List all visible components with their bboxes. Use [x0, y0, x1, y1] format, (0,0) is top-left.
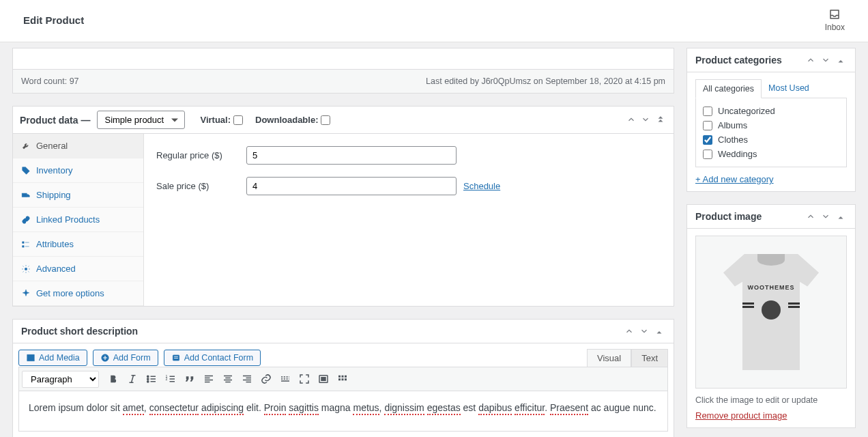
visual-tab[interactable]: Visual [587, 349, 631, 367]
inbox-icon [828, 8, 841, 20]
downloadable-checkbox[interactable] [321, 115, 330, 125]
list-icon [21, 240, 31, 249]
product-data-title: Product data — [20, 115, 90, 126]
category-clothes[interactable]: Clothes [703, 132, 839, 147]
product-image-panel: Product image WOOTHEMES Click the image … [686, 204, 856, 428]
tab-inventory[interactable]: Inventory [13, 158, 143, 183]
panel-toggle-icon[interactable] [835, 210, 847, 223]
tab-shipping[interactable]: Shipping [13, 183, 143, 208]
align-right-button[interactable] [238, 370, 256, 388]
svg-rect-16 [345, 376, 347, 378]
tab-attributes[interactable]: Attributes [13, 232, 143, 257]
svg-rect-2 [23, 245, 24, 246]
svg-rect-18 [342, 378, 344, 380]
svg-rect-6 [173, 355, 179, 361]
distraction-free-button[interactable] [315, 370, 332, 388]
product-image-thumbnail[interactable]: WOOTHEMES [695, 236, 847, 389]
regular-price-label: Regular price ($) [156, 150, 246, 160]
svg-point-7 [147, 376, 149, 377]
editor-content[interactable]: Lorem ipsum dolor sit amet, consectetur … [18, 391, 668, 432]
sale-price-label: Sale price ($) [156, 181, 246, 191]
svg-point-8 [147, 378, 149, 380]
wrench-icon [21, 141, 31, 151]
align-left-button[interactable] [200, 370, 218, 388]
product-type-select[interactable]: Simple product [97, 111, 185, 129]
word-count: Word count: 97 [21, 76, 79, 86]
link-icon [21, 215, 31, 225]
sparkle-icon [21, 289, 31, 298]
tab-general[interactable]: General [13, 134, 143, 158]
svg-point-9 [147, 381, 149, 382]
add-form-button[interactable]: Add Form [93, 350, 158, 366]
panel-down-icon[interactable] [820, 210, 832, 223]
product-categories-panel: Product categories All categories Most U… [686, 48, 856, 192]
shirt-graphic: WOOTHEMES [723, 254, 819, 370]
last-edited: Last edited by J6r0QpUmsz on September 1… [426, 76, 665, 86]
schedule-link[interactable]: Schedule [463, 181, 500, 191]
panel-down-icon[interactable] [638, 325, 650, 337]
short-description-panel: Product short description Add Media Add … [12, 319, 674, 437]
image-hint: Click the image to edit or update [695, 395, 847, 405]
panel-down-icon[interactable] [820, 54, 832, 66]
add-new-category-link[interactable]: + Add new category [695, 174, 847, 184]
bold-button[interactable] [104, 370, 122, 388]
inbox-label: Inbox [825, 23, 845, 32]
add-media-button[interactable]: Add Media [18, 350, 87, 366]
svg-rect-13 [321, 377, 326, 381]
link-button[interactable] [257, 370, 275, 388]
virtual-checkbox-label[interactable]: Virtual: [200, 115, 243, 125]
short-desc-title: Product short description [21, 326, 138, 337]
sale-price-input[interactable] [246, 177, 457, 195]
regular-price-input[interactable] [246, 146, 457, 165]
align-center-button[interactable] [219, 370, 237, 388]
contact-form-icon [171, 353, 181, 363]
svg-rect-17 [338, 378, 341, 380]
add-contact-form-button[interactable]: Add Contact Form [164, 350, 261, 366]
category-uncategorized[interactable]: Uncategorized [703, 104, 839, 118]
inbox-button[interactable]: Inbox [825, 8, 845, 32]
truck-icon [21, 191, 31, 200]
paragraph-select[interactable]: Paragraph [22, 371, 99, 388]
quote-button[interactable] [181, 370, 199, 388]
tab-advanced[interactable]: Advanced [13, 257, 143, 281]
svg-rect-0 [22, 193, 27, 197]
more-button[interactable] [276, 370, 294, 388]
fullscreen-button[interactable] [295, 370, 313, 388]
gear-icon [21, 264, 31, 274]
ul-button[interactable] [143, 370, 160, 388]
toolbar-toggle-button[interactable] [334, 370, 351, 388]
editor-stats-panel: Word count: 97 Last edited by J6r0QpUmsz… [12, 48, 674, 94]
panel-up-icon[interactable] [805, 210, 817, 223]
svg-rect-15 [342, 376, 344, 378]
remove-product-image-link[interactable]: Remove product image [695, 410, 787, 421]
page-title: Edit Product [23, 14, 84, 26]
most-used-tab[interactable]: Most Used [762, 79, 816, 98]
downloadable-checkbox-label[interactable]: Downloadable: [255, 115, 330, 125]
svg-text:2: 2 [166, 377, 168, 381]
tag-icon [21, 166, 31, 175]
tab-get-more[interactable]: Get more options [13, 281, 143, 306]
svg-rect-14 [338, 376, 341, 378]
text-tab[interactable]: Text [631, 349, 668, 367]
panel-up-icon[interactable] [805, 54, 817, 66]
panel-toggle-icon[interactable] [653, 325, 665, 337]
virtual-checkbox[interactable] [233, 115, 243, 125]
panel-toggle-icon[interactable] [654, 113, 667, 126]
category-weddings[interactable]: Weddings [703, 147, 839, 161]
media-icon [26, 353, 35, 363]
panel-down-icon[interactable] [639, 113, 652, 126]
panel-toggle-icon[interactable] [835, 54, 847, 66]
categories-title: Product categories [695, 55, 782, 66]
tab-linked-products[interactable]: Linked Products [13, 208, 143, 232]
svg-rect-19 [345, 378, 347, 380]
svg-point-3 [25, 268, 27, 270]
all-categories-tab[interactable]: All categories [695, 79, 762, 98]
svg-rect-1 [23, 241, 24, 242]
ol-button[interactable]: 12 [162, 370, 179, 388]
category-albums[interactable]: Albums [703, 118, 839, 132]
product-image-title: Product image [695, 211, 762, 222]
italic-button[interactable] [124, 370, 141, 388]
form-icon [100, 353, 110, 363]
panel-up-icon[interactable] [623, 325, 635, 337]
panel-up-icon[interactable] [625, 113, 637, 126]
